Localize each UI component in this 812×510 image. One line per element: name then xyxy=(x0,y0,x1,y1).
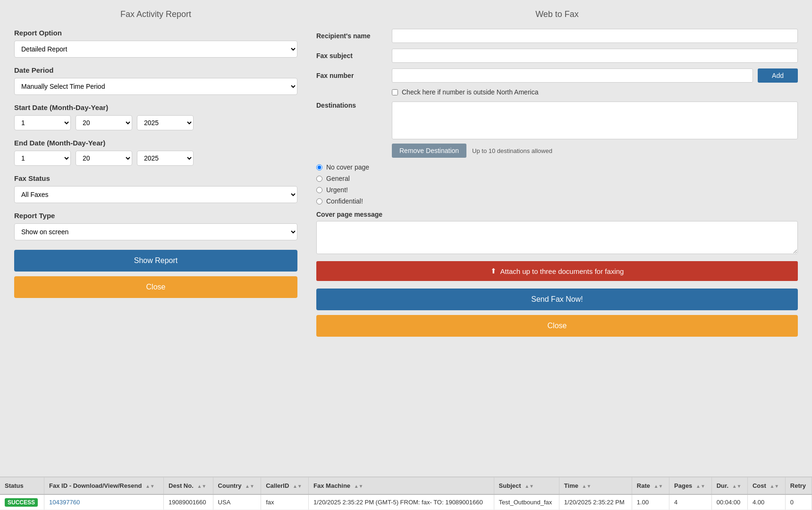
col-subject[interactable]: Subject ▲▼ xyxy=(494,477,559,494)
end-month-select[interactable]: 1234 5678 9101112 xyxy=(14,151,71,166)
fax-status-label: Fax Status xyxy=(14,174,297,182)
col-status-label: Status xyxy=(5,482,24,489)
recipient-name-input[interactable] xyxy=(392,29,798,43)
fax-number-label: Fax number xyxy=(316,72,392,79)
cover-page-options: No cover page General Urgent! Confidenti… xyxy=(316,163,798,205)
close-right-button[interactable]: Close xyxy=(316,315,798,337)
cover-no-cover-radio[interactable] xyxy=(316,164,322,170)
cell-dest-no: 19089001660 xyxy=(164,494,213,510)
outside-na-row: Check here if number is outside North Am… xyxy=(392,88,798,96)
col-caller-id[interactable]: CallerID ▲▼ xyxy=(261,477,309,494)
show-report-button[interactable]: Show Report xyxy=(14,250,297,272)
send-fax-button[interactable]: Send Fax Now! xyxy=(316,289,798,310)
cell-subject: Test_Outbound_fax xyxy=(494,494,559,510)
close-left-button[interactable]: Close xyxy=(14,276,297,298)
col-fax-id[interactable]: Fax ID - Download/View/Resend ▲▼ xyxy=(44,477,164,494)
col-dest-no[interactable]: Dest No. ▲▼ xyxy=(164,477,213,494)
fax-subject-input[interactable] xyxy=(392,49,798,63)
col-caller-id-label: CallerID xyxy=(266,482,289,489)
remove-destination-button[interactable]: Remove Destination xyxy=(392,144,466,158)
date-period-label: Date Period xyxy=(14,66,297,74)
cover-no-cover-label: No cover page xyxy=(326,163,369,171)
col-dur[interactable]: Dur. ▲▼ xyxy=(711,477,747,494)
cell-retry: 0 xyxy=(785,494,812,510)
recipient-name-row: Recipient's name xyxy=(316,29,798,43)
remove-dest-row: Remove Destination Up to 10 destinations… xyxy=(392,144,798,158)
outside-na-label: Check here if number is outside North Am… xyxy=(402,88,538,96)
col-cost[interactable]: Cost ▲▼ xyxy=(747,477,785,494)
col-time-label: Time xyxy=(564,482,578,489)
cover-urgent-label: Urgent! xyxy=(326,186,348,194)
cover-confidential-radio[interactable] xyxy=(316,198,322,204)
start-year-select[interactable]: 202520242023 xyxy=(137,115,194,130)
subject-sort-icon: ▲▼ xyxy=(524,484,534,489)
fax-number-input[interactable] xyxy=(392,68,753,83)
cover-general-radio[interactable] xyxy=(316,176,322,182)
destinations-row: Destinations Remove Destination Up to 10… xyxy=(316,102,798,158)
add-fax-number-button[interactable]: Add xyxy=(758,68,798,83)
col-pages[interactable]: Pages ▲▼ xyxy=(669,477,712,494)
start-month-select[interactable]: 1234 5678 9101112 xyxy=(14,115,71,130)
country-sort-icon: ▲▼ xyxy=(245,484,254,489)
col-status: Status xyxy=(0,477,44,494)
table-header-row: Status Fax ID - Download/View/Resend ▲▼ … xyxy=(0,477,812,494)
table-header: Status Fax ID - Download/View/Resend ▲▼ … xyxy=(0,477,812,494)
cover-confidential-label: Confidential! xyxy=(326,197,363,205)
time-sort-icon: ▲▼ xyxy=(582,484,592,489)
table-body: SUCCESS 104397760 19089001660 USA fax 1/… xyxy=(0,494,812,510)
report-option-select[interactable]: Detailed Report Summary Report xyxy=(14,41,297,58)
col-time[interactable]: Time ▲▼ xyxy=(559,477,632,494)
attach-documents-button[interactable]: ⬆ Attach up to three documents for faxin… xyxy=(316,261,798,281)
attach-btn-label: Attach up to three documents for faxing xyxy=(500,267,624,275)
date-period-select[interactable]: Manually Select Time Period Today Yester… xyxy=(14,78,297,95)
cover-message-textarea[interactable] xyxy=(316,221,798,254)
cost-sort-icon: ▲▼ xyxy=(770,484,779,489)
cell-dur: 00:04:00 xyxy=(711,494,747,510)
cell-fax-id[interactable]: 104397760 xyxy=(44,494,164,510)
destinations-textarea[interactable] xyxy=(392,102,798,139)
col-fax-machine-label: Fax Machine xyxy=(313,482,350,489)
cell-caller-id: fax xyxy=(261,494,309,510)
col-dur-label: Dur. xyxy=(717,482,728,489)
cell-fax-machine: 1/20/2025 2:35:22 PM (GMT-5) FROM: fax- … xyxy=(309,494,494,510)
col-rate-label: Rate xyxy=(637,482,650,489)
end-day-select[interactable]: 20 xyxy=(76,151,132,166)
dest-no-sort-icon: ▲▼ xyxy=(197,484,206,489)
col-country[interactable]: Country ▲▼ xyxy=(213,477,261,494)
end-date-row: 1234 5678 9101112 20 202520242023 xyxy=(14,151,297,166)
col-retry-label: Retry xyxy=(790,482,806,489)
cover-message-label: Cover page message xyxy=(316,211,798,218)
cover-no-cover-option[interactable]: No cover page xyxy=(316,163,798,171)
top-section: Fax Activity Report Report Option Detail… xyxy=(0,0,812,476)
fax-id-link[interactable]: 104397760 xyxy=(49,499,80,506)
col-fax-machine[interactable]: Fax Machine ▲▼ xyxy=(309,477,494,494)
pages-sort-icon: ▲▼ xyxy=(696,484,705,489)
cover-confidential-option[interactable]: Confidential! xyxy=(316,197,798,205)
start-day-select[interactable]: 20 xyxy=(76,115,132,130)
report-type-label: Report Type xyxy=(14,212,297,220)
end-date-label: End Date (Month-Day-Year) xyxy=(14,139,297,147)
left-panel-title: Fax Activity Report xyxy=(14,9,297,19)
destinations-label: Destinations xyxy=(316,102,392,109)
upload-icon: ⬆ xyxy=(491,267,497,275)
report-option-label: Report Option xyxy=(14,29,297,37)
right-panel: Web to Fax Recipient's name Fax subject … xyxy=(316,9,798,467)
start-date-row: 1234 5678 9101112 20 202520242023 xyxy=(14,115,297,130)
col-rate[interactable]: Rate ▲▼ xyxy=(632,477,669,494)
destinations-note: Up to 10 destinations allowed xyxy=(472,147,552,154)
end-year-select[interactable]: 202520242023 xyxy=(137,151,194,166)
col-subject-label: Subject xyxy=(499,482,521,489)
outside-na-checkbox[interactable] xyxy=(392,89,398,95)
col-fax-id-label: Fax ID - Download/View/Resend xyxy=(49,482,142,489)
col-cost-label: Cost xyxy=(753,482,766,489)
cover-general-option[interactable]: General xyxy=(316,175,798,182)
fax-id-sort-icon: ▲▼ xyxy=(145,484,155,489)
dur-sort-icon: ▲▼ xyxy=(732,484,742,489)
report-type-select[interactable]: Show on screen PDF CSV xyxy=(14,223,297,240)
cover-urgent-radio[interactable] xyxy=(316,187,322,193)
cover-urgent-option[interactable]: Urgent! xyxy=(316,186,798,194)
cell-time: 1/20/2025 2:35:22 PM xyxy=(559,494,632,510)
col-retry: Retry xyxy=(785,477,812,494)
fax-status-select[interactable]: All Faxes Successful Failed Pending xyxy=(14,186,297,203)
fax-number-input-group: Add xyxy=(392,68,798,83)
